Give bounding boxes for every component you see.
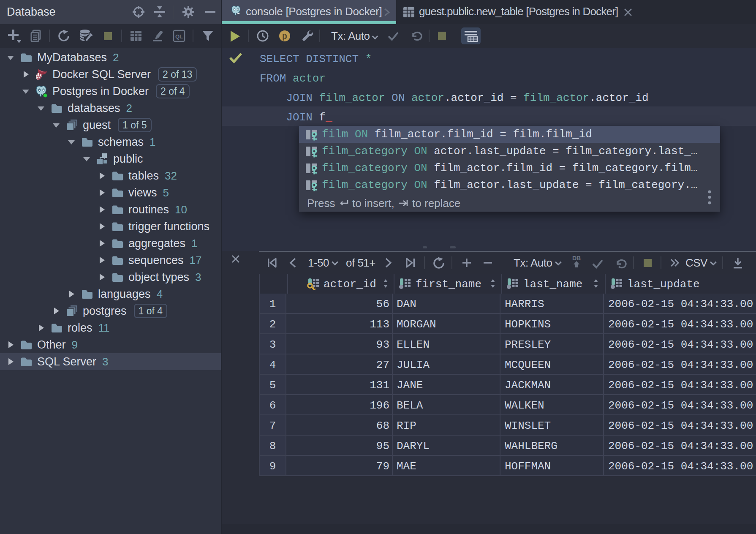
svg-text:DB: DB (572, 255, 581, 262)
svg-text:p: p (282, 32, 287, 41)
svg-text:QL: QL (175, 33, 183, 40)
